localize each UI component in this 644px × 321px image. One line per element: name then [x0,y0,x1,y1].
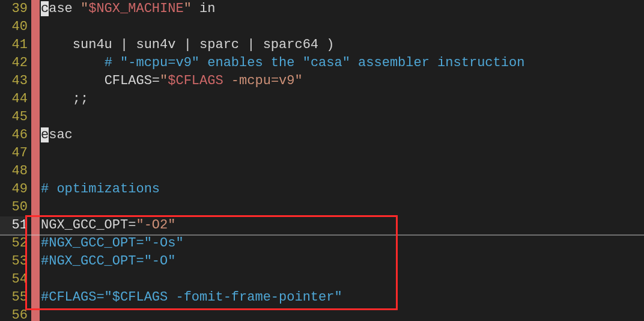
code-token: sac [49,127,73,142]
modified-marker [31,289,40,307]
code-token: #NGX_GCC_OPT="-O" [41,254,175,269]
code-token: " [80,1,88,16]
line-number: 51 [0,216,28,234]
modified-marker [31,0,40,18]
code-line[interactable] [41,108,644,126]
code-token: in [192,1,216,16]
code-editor[interactable]: 394041424344454647484950515253545556 cas… [0,0,644,321]
code-token: $CFLAGS [168,73,223,88]
code-line[interactable]: esac [41,126,644,144]
line-number: 56 [0,307,28,321]
line-number: 49 [0,180,28,198]
line-number: 43 [0,72,28,90]
code-line[interactable] [41,307,644,321]
modified-marker [31,162,40,180]
code-line[interactable]: case "$NGX_MACHINE" in [41,0,644,18]
line-number: 45 [0,108,28,126]
line-number: 40 [0,18,28,36]
modified-marker [31,180,40,198]
code-token: NGX_GCC_OPT [41,218,128,233]
line-number: 50 [0,198,28,216]
code-token: = [152,73,160,88]
code-line[interactable] [41,162,644,180]
code-line[interactable]: sun4u | sun4v | sparc | sparc64 ) [41,36,644,54]
modified-marker [31,54,40,72]
code-line[interactable]: # "-mcpu=v9" enables the "casa" assemble… [41,54,644,72]
code-token: " [160,73,168,88]
code-token: #CFLAGS="$CFLAGS -fomit-frame-pointer" [41,290,342,305]
code-token: # "-mcpu=v9" enables the "casa" assemble… [105,55,525,70]
line-number: 53 [0,252,28,271]
code-token: e [41,127,49,142]
marker-column [31,0,40,321]
code-line[interactable] [41,198,644,216]
code-token: ;; [41,91,88,106]
code-token: # optimizations [41,182,160,197]
line-number: 47 [0,144,28,162]
modified-marker [31,18,40,36]
modified-marker [31,216,40,234]
code-line[interactable]: ;; [41,90,644,108]
code-line[interactable]: #NGX_GCC_OPT="-Os" [41,234,644,252]
code-line[interactable]: NGX_GCC_OPT="-O2" [41,216,644,234]
code-token [41,73,105,88]
code-token: $NGX_MACHINE [88,1,183,16]
modified-marker [31,307,40,321]
line-number: 48 [0,162,28,180]
code-line[interactable]: #NGX_GCC_OPT="-O" [41,252,644,271]
line-number-gutter: 394041424344454647484950515253545556 [0,0,31,321]
modified-marker [31,90,40,108]
modified-marker [31,108,40,126]
modified-marker [31,144,40,162]
line-number: 52 [0,234,28,252]
line-number: 46 [0,126,28,144]
code-line[interactable]: #CFLAGS="$CFLAGS -fomit-frame-pointer" [41,289,644,307]
line-number: 42 [0,54,28,72]
modified-marker [31,36,40,54]
code-token: -mcpu=v9" [223,73,303,88]
modified-marker [31,252,40,271]
modified-marker [31,72,40,90]
line-number: 41 [0,36,28,54]
code-line[interactable] [41,271,644,289]
code-token: "-O2" [136,218,175,233]
line-number: 54 [0,271,28,289]
code-line[interactable]: CFLAGS="$CFLAGS -mcpu=v9" [41,72,644,90]
line-number: 39 [0,0,28,18]
code-token [41,55,105,70]
code-token: c [41,1,49,16]
code-line[interactable] [41,18,644,36]
code-token: " [184,1,192,16]
code-token: CFLAGS [105,73,152,88]
code-line[interactable]: # optimizations [41,180,644,198]
modified-marker [31,234,40,252]
modified-marker [31,198,40,216]
line-number: 55 [0,289,28,307]
code-token: #NGX_GCC_OPT="-Os" [41,236,184,251]
code-token: sun4u | sun4v | sparc | sparc64 ) [41,37,334,52]
code-line[interactable] [41,144,644,162]
line-number: 44 [0,90,28,108]
code-token: ase [49,1,80,16]
code-area[interactable]: case "$NGX_MACHINE" in sun4u | sun4v | s… [40,0,644,321]
modified-marker [31,271,40,289]
code-token: = [128,218,136,233]
modified-marker [31,126,40,144]
